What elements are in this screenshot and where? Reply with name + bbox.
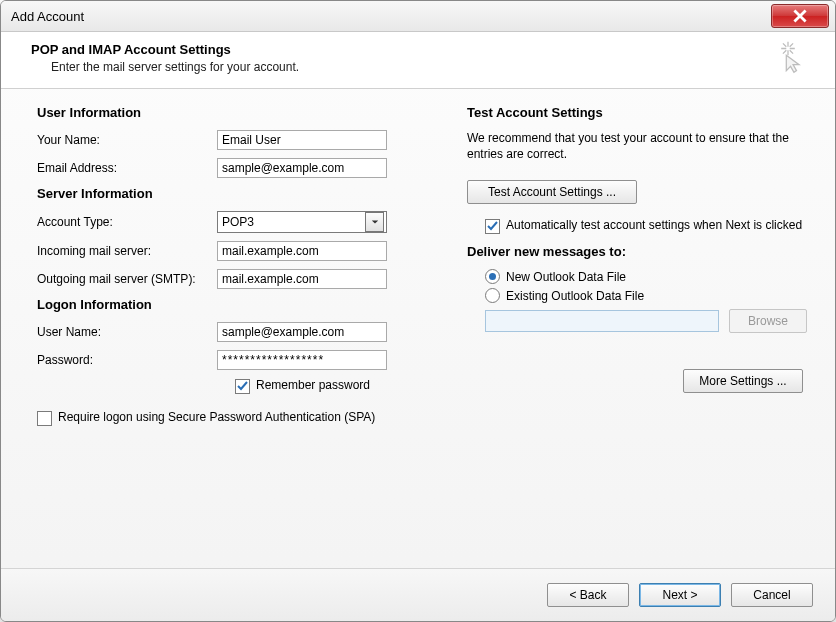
email-label: Email Address: [37, 161, 217, 175]
password-input[interactable] [217, 350, 387, 370]
left-column: User Information Your Name: Email Addres… [37, 105, 437, 432]
close-icon [793, 9, 807, 23]
window-title: Add Account [11, 9, 84, 24]
auto-test-label: Automatically test account settings when… [506, 218, 802, 232]
outgoing-server-label: Outgoing mail server (SMTP): [37, 272, 217, 286]
logon-info-heading: Logon Information [37, 297, 437, 312]
title-bar: Add Account [1, 1, 835, 32]
existing-data-file-radio[interactable]: Existing Outlook Data File [485, 288, 807, 303]
outgoing-server-input[interactable] [217, 269, 387, 289]
spa-label: Require logon using Secure Password Auth… [58, 410, 375, 424]
dialog-body: User Information Your Name: Email Addres… [1, 89, 835, 432]
auto-test-checkbox[interactable]: Automatically test account settings when… [485, 218, 807, 234]
more-settings-button[interactable]: More Settings ... [683, 369, 803, 393]
cursor-sparkle-icon [771, 40, 805, 74]
dialog-footer: < Back Next > Cancel [1, 568, 835, 621]
spa-checkbox[interactable]: Require logon using Secure Password Auth… [37, 410, 437, 426]
email-input[interactable] [217, 158, 387, 178]
new-data-file-label: New Outlook Data File [506, 270, 626, 284]
back-button[interactable]: < Back [547, 583, 629, 607]
header-subtitle: Enter the mail server settings for your … [51, 60, 299, 74]
user-info-heading: User Information [37, 105, 437, 120]
test-settings-description: We recommend that you test your account … [467, 130, 807, 162]
remember-password-checkbox[interactable]: Remember password [235, 378, 437, 394]
dialog-header: POP and IMAP Account Settings Enter the … [1, 32, 835, 89]
chevron-down-icon [371, 218, 379, 226]
server-info-heading: Server Information [37, 186, 437, 201]
test-settings-heading: Test Account Settings [467, 105, 807, 120]
username-input[interactable] [217, 322, 387, 342]
radio-icon [485, 288, 500, 303]
header-title: POP and IMAP Account Settings [31, 42, 299, 57]
password-label: Password: [37, 353, 217, 367]
browse-button[interactable]: Browse [729, 309, 807, 333]
check-icon [237, 381, 248, 392]
existing-file-path-input[interactable] [485, 310, 719, 332]
your-name-label: Your Name: [37, 133, 217, 147]
next-button[interactable]: Next > [639, 583, 721, 607]
new-data-file-radio[interactable]: New Outlook Data File [485, 269, 807, 284]
check-icon [487, 221, 498, 232]
checkbox-icon [485, 219, 500, 234]
incoming-server-label: Incoming mail server: [37, 244, 217, 258]
add-account-dialog: Add Account POP and IMAP Account Setting… [0, 0, 836, 622]
checkbox-icon [37, 411, 52, 426]
account-type-select[interactable]: POP3 [217, 211, 387, 233]
checkbox-icon [235, 379, 250, 394]
deliver-heading: Deliver new messages to: [467, 244, 807, 259]
close-button[interactable] [771, 4, 829, 28]
dropdown-arrow [365, 212, 384, 232]
incoming-server-input[interactable] [217, 241, 387, 261]
account-type-label: Account Type: [37, 215, 217, 229]
account-type-value: POP3 [222, 215, 254, 229]
remember-password-label: Remember password [256, 378, 370, 392]
cancel-button[interactable]: Cancel [731, 583, 813, 607]
right-column: Test Account Settings We recommend that … [467, 105, 807, 432]
your-name-input[interactable] [217, 130, 387, 150]
radio-icon [485, 269, 500, 284]
existing-data-file-label: Existing Outlook Data File [506, 289, 644, 303]
username-label: User Name: [37, 325, 217, 339]
test-account-settings-button[interactable]: Test Account Settings ... [467, 180, 637, 204]
